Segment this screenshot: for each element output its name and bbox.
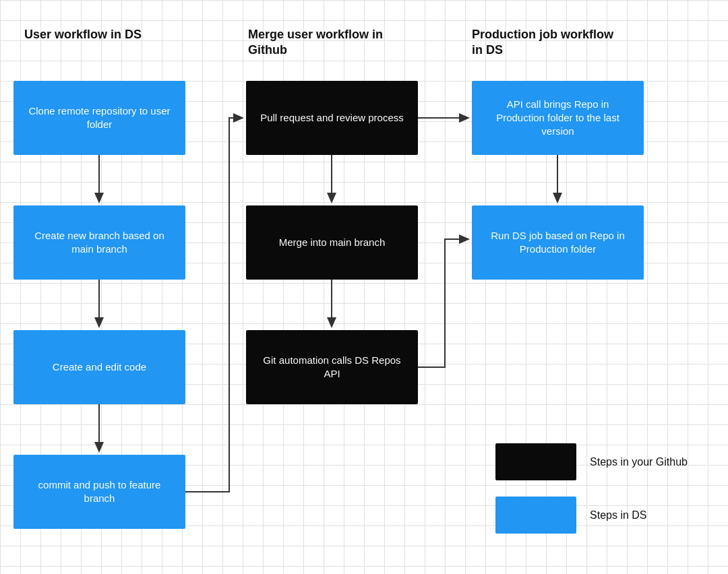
legend-ds-label: Steps in DS	[590, 509, 646, 521]
col-header-user: User workflow in DS	[24, 27, 142, 42]
legend-ds: Steps in DS	[495, 497, 688, 534]
legend-ds-box	[495, 497, 576, 534]
box-apicall: API call brings Repo in Production folde…	[472, 81, 644, 155]
box-clone: Clone remote repository to user folder	[13, 81, 185, 155]
legend: Steps in your Github Steps in DS	[495, 443, 688, 534]
box-gitauto: Git automation calls DS Repos API	[246, 330, 418, 404]
box-branch: Create new branch based on main branch	[13, 205, 185, 280]
legend-github: Steps in your Github	[495, 443, 688, 480]
box-runds: Run DS job based on Repo in Production f…	[472, 205, 644, 280]
box-merge: Merge into main branch	[246, 205, 418, 280]
box-edit: Create and edit code	[13, 330, 185, 404]
col-header-prod: Production job workflow in DS	[472, 27, 613, 59]
legend-github-box	[495, 443, 576, 480]
box-pullrequest: Pull request and review process	[246, 81, 418, 155]
diagram-content: User workflow in DS Merge user workflow …	[0, 0, 728, 574]
box-commit: commit and push to feature branch	[13, 455, 185, 529]
col-header-merge: Merge user workflow in Github	[248, 27, 383, 59]
legend-github-label: Steps in your Github	[590, 456, 688, 468]
